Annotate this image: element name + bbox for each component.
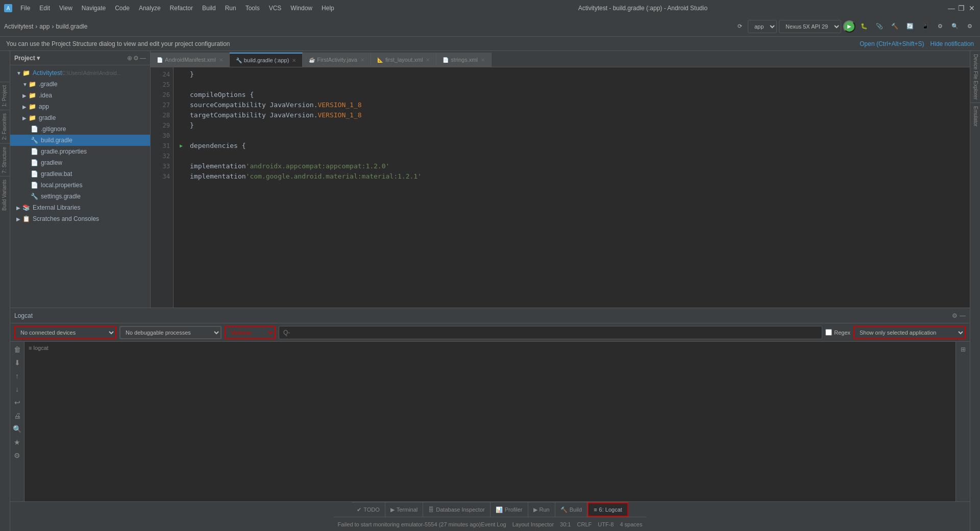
device-selector[interactable]: Nexus 5X API 29: [779, 20, 841, 33]
tab-androidmanifest[interactable]: 📄 AndroidManifest.xml ✕: [151, 53, 230, 67]
tab-logcat[interactable]: ≡ 6: Logcat: [587, 502, 628, 517]
app-selector[interactable]: app: [748, 20, 777, 33]
logcat-settings-icon[interactable]: ⚙: [952, 312, 958, 319]
up-icon[interactable]: ↑: [12, 370, 23, 382]
tree-item-gradlew-bat[interactable]: 📄gradlew.bat: [10, 168, 150, 180]
breadcrumb-file[interactable]: build.gradle: [56, 23, 87, 30]
tab-database-inspector[interactable]: 🗄 Database Inspector: [423, 502, 490, 517]
event-log-link[interactable]: Event Log: [481, 521, 506, 527]
panel-locate-icon[interactable]: ⊕: [127, 55, 132, 62]
notification-open-link[interactable]: Open (Ctrl+Alt+Shift+S): [860, 40, 924, 47]
tab-stringsxml[interactable]: 📄 strings.xml ✕: [436, 53, 492, 67]
close-stringsxml[interactable]: ✕: [481, 57, 485, 63]
close-buildgradle[interactable]: ✕: [292, 58, 296, 63]
logcat-minimize-icon[interactable]: —: [960, 312, 966, 319]
sidebar-item-emulator[interactable]: Emulator: [970, 103, 980, 130]
scroll-end-icon[interactable]: ⬇: [12, 357, 23, 368]
panel-collapse-icon[interactable]: —: [140, 55, 146, 62]
breadcrumb-project[interactable]: Activitytest: [4, 23, 33, 30]
menu-navigate[interactable]: Navigate: [78, 4, 110, 13]
sidebar-item-device-file-explorer[interactable]: Device File Explorer: [970, 51, 980, 103]
tab-run[interactable]: ▶ Run: [528, 502, 555, 517]
sidebar-item-project[interactable]: 1: Project: [0, 82, 10, 110]
tab-firstactivity[interactable]: ☕ FirstActivity.java ✕: [303, 53, 371, 67]
tree-item-local-properties[interactable]: 📄local.properties: [10, 180, 150, 191]
tree-item-build-gradle[interactable]: 🔧build.gradle: [10, 135, 150, 146]
settings-icon[interactable]: ⚙: [12, 450, 23, 461]
line-ending: CRLF: [577, 521, 592, 527]
filter-icon[interactable]: 🔍: [12, 423, 23, 435]
maximize-button[interactable]: ❐: [958, 4, 966, 12]
notification-text: You can use the Project Structure dialog…: [6, 40, 230, 47]
layout-inspector-link[interactable]: Layout Inspector: [512, 521, 554, 527]
menu-refactor[interactable]: Refactor: [166, 4, 197, 13]
tree-item-gradle-properties[interactable]: 📄gradle.properties: [10, 146, 150, 157]
attach-button[interactable]: 📎: [873, 20, 886, 33]
tab-todo[interactable]: ✔ TODO: [352, 502, 385, 517]
tab-profiler[interactable]: 📊 Profiler: [491, 502, 528, 517]
tree-item-settings-gradle[interactable]: 🔧settings.gradle: [10, 191, 150, 202]
breadcrumb-app[interactable]: app: [39, 23, 50, 30]
tree-item-gitignore[interactable]: 📄.gitignore: [10, 123, 150, 135]
tab-buildgradle[interactable]: 🔧 build.gradle (:app) ✕: [230, 53, 303, 67]
code-content[interactable]: } compileOptions { sourceComp: [174, 67, 970, 308]
menu-vcs[interactable]: VCS: [265, 4, 286, 13]
settings-button[interactable]: ⚙: [964, 20, 976, 33]
search-everywhere[interactable]: 🔍: [948, 20, 962, 33]
tree-item-external-libraries[interactable]: ▶📚External Libraries: [10, 202, 150, 213]
minimize-button[interactable]: —: [947, 4, 955, 12]
tree-item-scratches[interactable]: ▶📋Scratches and Consoles: [10, 213, 150, 224]
sidebar-item-build-variants[interactable]: Build Variants: [0, 176, 10, 214]
wrap-icon[interactable]: ↩: [12, 397, 23, 408]
logcat-search-input[interactable]: [279, 326, 822, 339]
sdk-manager[interactable]: ⚙: [934, 20, 946, 33]
menu-edit[interactable]: Edit: [35, 4, 54, 13]
menu-window[interactable]: Window: [286, 4, 316, 13]
notification-hide-link[interactable]: Hide notification: [930, 40, 974, 47]
menu-help[interactable]: Help: [317, 4, 338, 13]
show-app-dropdown[interactable]: Show only selected application: [853, 326, 966, 339]
tree-item-idea[interactable]: ▶📁.idea: [10, 90, 150, 101]
star-icon[interactable]: ★: [12, 437, 23, 448]
sidebar-item-favorites[interactable]: 2: Favorites: [0, 110, 10, 143]
down-icon[interactable]: ↓: [12, 384, 23, 395]
build-hammer[interactable]: 🔨: [888, 20, 901, 33]
code-line-32: [180, 151, 964, 161]
code-editor[interactable]: 24 25 26 27 28 29 30 31 32 33 34: [151, 67, 970, 308]
menu-build[interactable]: Build: [198, 4, 220, 13]
close-button[interactable]: ✕: [968, 4, 976, 12]
panel-settings-icon[interactable]: ⚙: [133, 55, 139, 62]
tab-build[interactable]: 🔨 Build: [555, 502, 587, 517]
regex-checkbox[interactable]: [825, 329, 832, 336]
verbose-dropdown[interactable]: Verbose Debug Info Warn Error: [225, 326, 276, 339]
tab-firstlayout[interactable]: 📐 first_layout.xml ✕: [371, 53, 436, 67]
process-dropdown[interactable]: No debuggable processes: [119, 326, 222, 339]
tab-terminal[interactable]: ▶ Terminal: [385, 502, 424, 517]
tree-item-gradlew[interactable]: 📄gradlew: [10, 157, 150, 168]
menu-view[interactable]: View: [55, 4, 77, 13]
debug-button[interactable]: 🐛: [857, 20, 871, 33]
run-button[interactable]: ▶: [843, 20, 855, 33]
menu-tools[interactable]: Tools: [241, 4, 264, 13]
device-dropdown[interactable]: No connected devices: [14, 326, 116, 339]
sidebar-item-structure[interactable]: 7: Structure: [0, 143, 10, 176]
logcat-body[interactable]: ≡ logcat: [24, 342, 955, 501]
menu-file[interactable]: File: [16, 4, 34, 13]
menu-code[interactable]: Code: [111, 4, 134, 13]
sync-gradle[interactable]: 🔄: [903, 20, 917, 33]
print-icon[interactable]: 🖨: [12, 410, 23, 421]
sync-button[interactable]: ⟳: [733, 20, 746, 33]
avd-manager[interactable]: 📱: [919, 20, 932, 33]
close-firstactivity[interactable]: ✕: [360, 57, 364, 63]
clear-logcat-icon[interactable]: 🗑: [12, 344, 23, 355]
menu-analyze[interactable]: Analyze: [135, 4, 165, 13]
close-firstlayout[interactable]: ✕: [426, 57, 430, 63]
menu-run[interactable]: Run: [221, 4, 240, 13]
tree-item-activitytest[interactable]: ▼📁 Activitytest C:\Users\Admin\Android..…: [10, 67, 150, 79]
tree-item-app[interactable]: ▶📁app: [10, 101, 150, 112]
close-androidmanifest[interactable]: ✕: [219, 57, 223, 63]
logcat-grid-icon[interactable]: ⊞: [958, 344, 969, 355]
tree-item-gradle-folder[interactable]: ▶📁gradle: [10, 112, 150, 123]
database-icon: 🗄: [428, 507, 434, 513]
tree-item-gradle[interactable]: ▼📁.gradle: [10, 79, 150, 90]
